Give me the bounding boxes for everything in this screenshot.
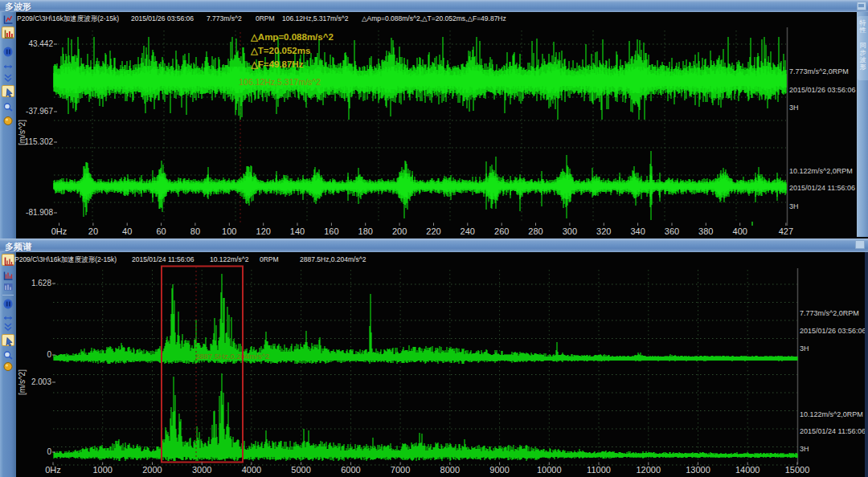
svg-text:0Hz: 0Hz xyxy=(51,226,68,236)
svg-text:-81.908: -81.908 xyxy=(26,208,53,217)
svg-text:220: 220 xyxy=(426,226,440,236)
svg-text:[m/s^2]: [m/s^2] xyxy=(18,369,27,395)
svg-text:60: 60 xyxy=(156,226,166,236)
svg-text:0Hz: 0Hz xyxy=(45,465,61,475)
svg-text:4000: 4000 xyxy=(242,465,261,475)
svg-text:280: 280 xyxy=(528,226,542,236)
svg-text:240: 240 xyxy=(461,226,475,236)
svg-text:1000: 1000 xyxy=(92,465,112,475)
svg-text:380: 380 xyxy=(698,226,713,236)
svg-text:8000: 8000 xyxy=(440,465,460,475)
svg-text:340: 340 xyxy=(630,226,645,236)
svg-text:6000: 6000 xyxy=(341,465,360,475)
svg-text:0: 0 xyxy=(47,350,51,359)
svg-text:-37.967: -37.967 xyxy=(26,107,53,116)
svg-text:100: 100 xyxy=(222,226,236,236)
svg-text:180: 180 xyxy=(358,226,373,236)
svg-text:0: 0 xyxy=(47,447,51,456)
svg-text:160: 160 xyxy=(324,226,338,236)
svg-text:9000: 9000 xyxy=(489,465,509,475)
svg-text:427: 427 xyxy=(779,226,793,236)
svg-text:3000: 3000 xyxy=(192,465,211,475)
svg-text:360: 360 xyxy=(665,226,679,236)
svg-text:2887.5Hz,0.204m/s^2: 2887.5Hz,0.204m/s^2 xyxy=(195,352,269,361)
svg-text:20: 20 xyxy=(88,226,98,236)
svg-text:△F=49.87Hz: △F=49.87Hz xyxy=(250,59,304,69)
svg-text:80: 80 xyxy=(190,226,200,236)
svg-text:5000: 5000 xyxy=(291,465,310,475)
svg-text:7000: 7000 xyxy=(391,465,410,475)
svg-text:400: 400 xyxy=(733,226,747,236)
svg-text:[m/s^2]: [m/s^2] xyxy=(18,120,27,145)
svg-text:140: 140 xyxy=(290,226,305,236)
svg-text:11000: 11000 xyxy=(587,465,611,475)
svg-text:115.302: 115.302 xyxy=(25,137,54,146)
svg-text:43.442: 43.442 xyxy=(28,39,53,48)
svg-text:△Amp=0.088m/s^2: △Amp=0.088m/s^2 xyxy=(250,32,334,42)
svg-text:2.003: 2.003 xyxy=(31,377,51,386)
svg-text:10000: 10000 xyxy=(537,465,562,475)
svg-text:△T=20.052ms: △T=20.052ms xyxy=(250,46,310,55)
svg-text:300: 300 xyxy=(563,226,577,236)
svg-text:1.628: 1.628 xyxy=(31,279,51,287)
svg-text:2000: 2000 xyxy=(142,465,162,475)
svg-text:12000: 12000 xyxy=(637,465,661,475)
svg-text:14000: 14000 xyxy=(735,465,760,475)
svg-text:15000: 15000 xyxy=(785,465,810,475)
svg-text:320: 320 xyxy=(596,226,611,236)
svg-text:200: 200 xyxy=(392,226,407,236)
svg-text:40: 40 xyxy=(122,226,132,236)
svg-text:260: 260 xyxy=(494,226,509,236)
svg-text:120: 120 xyxy=(256,226,271,236)
svg-text:13000: 13000 xyxy=(686,465,710,475)
svg-text:106.12Hz,5.317m/s^2: 106.12Hz,5.317m/s^2 xyxy=(239,77,321,87)
